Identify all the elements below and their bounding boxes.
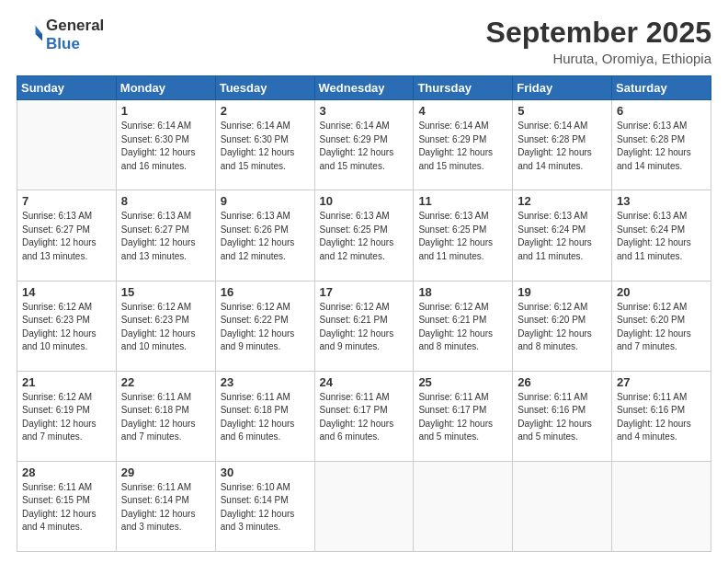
day-number: 18 <box>418 285 507 299</box>
day-number: 28 <box>22 465 111 479</box>
day-number: 2 <box>221 104 310 118</box>
day-number: 10 <box>320 194 409 208</box>
weekday-header: Sunday <box>17 76 117 100</box>
calendar-cell <box>17 100 117 190</box>
day-info: Sunrise: 6:11 AM Sunset: 6:18 PM Dayligh… <box>221 391 310 444</box>
calendar-cell <box>414 461 513 551</box>
calendar-cell: 14Sunrise: 6:12 AM Sunset: 6:23 PM Dayli… <box>17 281 117 371</box>
calendar-cell: 19Sunrise: 6:12 AM Sunset: 6:20 PM Dayli… <box>513 281 612 371</box>
day-info: Sunrise: 6:10 AM Sunset: 6:14 PM Dayligh… <box>221 481 310 534</box>
calendar-cell: 1Sunrise: 6:14 AM Sunset: 6:30 PM Daylig… <box>116 100 215 190</box>
calendar-cell: 13Sunrise: 6:13 AM Sunset: 6:24 PM Dayli… <box>612 190 711 281</box>
calendar-cell: 12Sunrise: 6:13 AM Sunset: 6:24 PM Dayli… <box>513 190 612 281</box>
calendar-cell: 17Sunrise: 6:12 AM Sunset: 6:21 PM Dayli… <box>314 281 414 371</box>
calendar-cell: 23Sunrise: 6:11 AM Sunset: 6:18 PM Dayli… <box>215 371 314 461</box>
calendar-cell: 11Sunrise: 6:13 AM Sunset: 6:25 PM Dayli… <box>414 190 513 281</box>
calendar-cell: 2Sunrise: 6:14 AM Sunset: 6:30 PM Daylig… <box>215 100 314 190</box>
day-number: 1 <box>121 104 210 118</box>
day-info: Sunrise: 6:13 AM Sunset: 6:28 PM Dayligh… <box>617 120 706 173</box>
day-info: Sunrise: 6:12 AM Sunset: 6:23 PM Dayligh… <box>22 301 111 354</box>
day-number: 30 <box>221 465 310 479</box>
weekday-header: Saturday <box>612 76 711 100</box>
day-info: Sunrise: 6:11 AM Sunset: 6:17 PM Dayligh… <box>320 391 409 444</box>
calendar-cell: 20Sunrise: 6:12 AM Sunset: 6:20 PM Dayli… <box>612 281 711 371</box>
day-info: Sunrise: 6:12 AM Sunset: 6:20 PM Dayligh… <box>518 301 607 354</box>
calendar-cell <box>612 461 711 551</box>
calendar-cell: 10Sunrise: 6:13 AM Sunset: 6:25 PM Dayli… <box>314 190 414 281</box>
calendar-cell: 27Sunrise: 6:11 AM Sunset: 6:16 PM Dayli… <box>612 371 711 461</box>
calendar-cell: 29Sunrise: 6:11 AM Sunset: 6:14 PM Dayli… <box>116 461 215 551</box>
day-info: Sunrise: 6:11 AM Sunset: 6:16 PM Dayligh… <box>617 391 706 444</box>
day-info: Sunrise: 6:12 AM Sunset: 6:23 PM Dayligh… <box>121 301 210 354</box>
calendar-week-row: 7Sunrise: 6:13 AM Sunset: 6:27 PM Daylig… <box>17 190 711 281</box>
day-number: 13 <box>617 194 706 208</box>
calendar-table: SundayMondayTuesdayWednesdayThursdayFrid… <box>17 75 711 552</box>
day-info: Sunrise: 6:11 AM Sunset: 6:14 PM Dayligh… <box>121 481 210 534</box>
calendar-cell: 21Sunrise: 6:12 AM Sunset: 6:19 PM Dayli… <box>17 371 117 461</box>
day-number: 9 <box>221 194 310 208</box>
day-info: Sunrise: 6:13 AM Sunset: 6:25 PM Dayligh… <box>418 210 507 263</box>
day-number: 11 <box>418 194 507 208</box>
day-number: 5 <box>518 104 607 118</box>
calendar-cell: 16Sunrise: 6:12 AM Sunset: 6:22 PM Dayli… <box>215 281 314 371</box>
calendar-cell <box>513 461 612 551</box>
calendar-cell: 30Sunrise: 6:10 AM Sunset: 6:14 PM Dayli… <box>215 461 314 551</box>
calendar-cell: 4Sunrise: 6:14 AM Sunset: 6:29 PM Daylig… <box>414 100 513 190</box>
day-info: Sunrise: 6:11 AM Sunset: 6:17 PM Dayligh… <box>418 391 507 444</box>
day-info: Sunrise: 6:12 AM Sunset: 6:19 PM Dayligh… <box>22 391 111 444</box>
calendar-cell: 22Sunrise: 6:11 AM Sunset: 6:18 PM Dayli… <box>116 371 215 461</box>
top-section: General Blue September 2025 Huruta, Orom… <box>17 17 711 66</box>
day-number: 14 <box>22 285 111 299</box>
calendar-cell: 8Sunrise: 6:13 AM Sunset: 6:27 PM Daylig… <box>116 190 215 281</box>
weekday-header: Monday <box>116 76 215 100</box>
calendar-cell: 5Sunrise: 6:14 AM Sunset: 6:28 PM Daylig… <box>513 100 612 190</box>
calendar-cell: 24Sunrise: 6:11 AM Sunset: 6:17 PM Dayli… <box>314 371 414 461</box>
location-title: Huruta, Oromiya, Ethiopia <box>486 51 711 66</box>
day-number: 26 <box>518 375 607 389</box>
day-info: Sunrise: 6:12 AM Sunset: 6:21 PM Dayligh… <box>418 301 507 354</box>
day-number: 22 <box>121 375 210 389</box>
calendar-header-row: SundayMondayTuesdayWednesdayThursdayFrid… <box>17 76 711 100</box>
calendar-cell: 9Sunrise: 6:13 AM Sunset: 6:26 PM Daylig… <box>215 190 314 281</box>
day-info: Sunrise: 6:13 AM Sunset: 6:26 PM Dayligh… <box>221 210 310 263</box>
day-info: Sunrise: 6:13 AM Sunset: 6:24 PM Dayligh… <box>518 210 607 263</box>
logo: General Blue <box>17 17 104 52</box>
calendar-cell: 18Sunrise: 6:12 AM Sunset: 6:21 PM Dayli… <box>414 281 513 371</box>
day-number: 24 <box>320 375 409 389</box>
day-number: 20 <box>617 285 706 299</box>
svg-marker-0 <box>36 25 42 33</box>
day-info: Sunrise: 6:11 AM Sunset: 6:18 PM Dayligh… <box>121 391 210 444</box>
weekday-header: Friday <box>513 76 612 100</box>
day-info: Sunrise: 6:14 AM Sunset: 6:30 PM Dayligh… <box>221 120 310 173</box>
day-number: 15 <box>121 285 210 299</box>
day-number: 7 <box>22 194 111 208</box>
svg-marker-1 <box>36 34 42 40</box>
day-number: 27 <box>617 375 706 389</box>
calendar-cell <box>314 461 414 551</box>
day-info: Sunrise: 6:14 AM Sunset: 6:28 PM Dayligh… <box>518 120 607 173</box>
calendar-week-row: 21Sunrise: 6:12 AM Sunset: 6:19 PM Dayli… <box>17 371 711 461</box>
calendar-cell: 28Sunrise: 6:11 AM Sunset: 6:15 PM Dayli… <box>17 461 117 551</box>
day-info: Sunrise: 6:11 AM Sunset: 6:15 PM Dayligh… <box>22 481 111 534</box>
day-number: 4 <box>418 104 507 118</box>
title-block: September 2025 Huruta, Oromiya, Ethiopia <box>486 17 711 66</box>
calendar-cell: 15Sunrise: 6:12 AM Sunset: 6:23 PM Dayli… <box>116 281 215 371</box>
calendar-cell: 26Sunrise: 6:11 AM Sunset: 6:16 PM Dayli… <box>513 371 612 461</box>
day-number: 3 <box>320 104 409 118</box>
day-number: 29 <box>121 465 210 479</box>
logo-icon <box>17 22 42 48</box>
calendar-cell: 25Sunrise: 6:11 AM Sunset: 6:17 PM Dayli… <box>414 371 513 461</box>
calendar-cell: 3Sunrise: 6:14 AM Sunset: 6:29 PM Daylig… <box>314 100 414 190</box>
day-number: 21 <box>22 375 111 389</box>
day-number: 6 <box>617 104 706 118</box>
day-info: Sunrise: 6:12 AM Sunset: 6:20 PM Dayligh… <box>617 301 706 354</box>
day-number: 12 <box>518 194 607 208</box>
day-info: Sunrise: 6:14 AM Sunset: 6:29 PM Dayligh… <box>418 120 507 173</box>
day-info: Sunrise: 6:12 AM Sunset: 6:21 PM Dayligh… <box>320 301 409 354</box>
day-info: Sunrise: 6:13 AM Sunset: 6:24 PM Dayligh… <box>617 210 706 263</box>
calendar-week-row: 28Sunrise: 6:11 AM Sunset: 6:15 PM Dayli… <box>17 461 711 551</box>
weekday-header: Wednesday <box>314 76 414 100</box>
month-title: September 2025 <box>486 17 711 49</box>
day-number: 8 <box>121 194 210 208</box>
day-info: Sunrise: 6:14 AM Sunset: 6:30 PM Dayligh… <box>121 120 210 173</box>
